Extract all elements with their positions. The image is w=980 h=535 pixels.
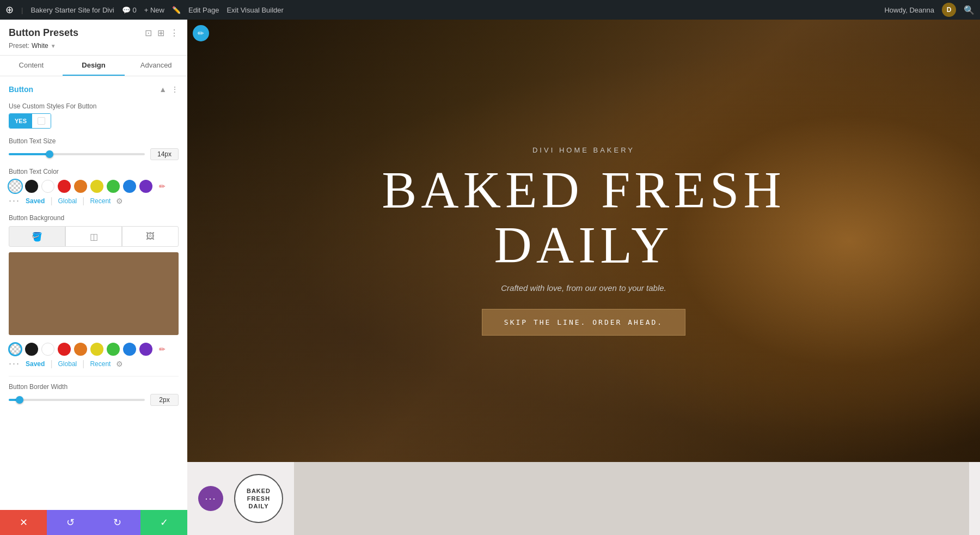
bg-color-blue-swatch[interactable] (123, 343, 136, 356)
hero-title: BAKED FRESH DAILY (382, 163, 785, 273)
text-color-custom-icon[interactable]: ✏ (156, 180, 169, 193)
bottom-content-area (294, 462, 969, 535)
bg-color-swatches: ✏ (9, 343, 179, 356)
text-color-blue-swatch[interactable] (123, 180, 136, 193)
text-color-gear-icon[interactable]: ⚙ (116, 197, 123, 205)
bg-color-white-swatch[interactable] (41, 343, 54, 356)
text-color-swatches: ✏ (9, 180, 179, 193)
new-button[interactable]: + New (144, 6, 164, 14)
toggle-no-button[interactable] (32, 114, 51, 128)
bg-color-green-swatch[interactable] (107, 343, 120, 356)
text-color-green-swatch[interactable] (107, 180, 120, 193)
tab-design[interactable]: Design (63, 56, 125, 76)
site-name-link[interactable]: Bakery Starter Site for Divi (30, 6, 114, 14)
edit-page-button[interactable]: Edit Page (188, 6, 219, 14)
text-color-yellow-swatch[interactable] (90, 180, 103, 193)
bottom-strip: ··· BAKED FRESH DAILY (187, 462, 980, 535)
text-color-recent-label[interactable]: Recent (90, 197, 111, 205)
admin-bar: ⊕ | Bakery Starter Site for Divi 💬 0 + N… (0, 0, 980, 20)
text-color-red-swatch[interactable] (58, 180, 71, 193)
custom-styles-label: Use Custom Styles For Button (9, 102, 179, 110)
text-color-more-icon[interactable]: ··· (9, 195, 20, 206)
text-color-saved-label[interactable]: Saved (26, 197, 45, 205)
comment-icon: 💬 (122, 6, 131, 14)
border-width-slider-track[interactable] (9, 399, 145, 401)
toggle-container: YES (9, 113, 51, 129)
bg-color-gear-icon[interactable]: ⚙ (116, 360, 123, 368)
panel-title: Button Presets (9, 27, 78, 39)
bg-solid-button[interactable]: 🪣 (9, 226, 65, 247)
bg-label: Button Background (9, 214, 179, 222)
bg-color-recent-label[interactable]: Recent (90, 360, 111, 368)
hero-section: DIVI HOME BAKERY BAKED FRESH DAILY Craft… (187, 20, 980, 462)
bg-gradient-button[interactable]: ◫ (65, 226, 122, 247)
circular-badge: BAKED FRESH DAILY (234, 474, 283, 523)
panel-content: Button ▲ ⋮ Use Custom Styles For Button … (0, 76, 187, 510)
purple-dot-button[interactable]: ··· (198, 486, 223, 511)
panel-footer: ✕ ↺ ↻ ✓ (0, 510, 187, 535)
bg-color-transparent-swatch[interactable] (9, 343, 22, 356)
text-color-global-label[interactable]: Global (58, 197, 77, 205)
bg-color-red-swatch[interactable] (58, 343, 71, 356)
dot-menu-icon: ··· (205, 493, 216, 504)
footer-save-button[interactable]: ✓ (140, 510, 187, 535)
border-width-label: Button Border Width (9, 383, 179, 391)
hero-subtitle: DIVI HOME BAKERY (382, 146, 785, 154)
hero-cta-button[interactable]: SKIP THE LINE. ORDER AHEAD. (482, 309, 685, 336)
bg-color-more-icon[interactable]: ··· (9, 358, 20, 369)
preset-chevron-icon[interactable]: ▼ (51, 43, 56, 49)
section-collapse-icon[interactable]: ▲ (159, 85, 167, 94)
bg-color-saved-label[interactable]: Saved (26, 360, 45, 368)
toggle-yes-button[interactable]: YES (9, 114, 32, 128)
exit-builder-button[interactable]: Exit Visual Builder (226, 6, 284, 14)
bg-solid-icon: 🪣 (32, 232, 42, 242)
bg-color-global-label[interactable]: Global (58, 360, 77, 368)
search-icon[interactable]: 🔍 (964, 5, 975, 15)
bg-color-purple-swatch[interactable] (139, 343, 152, 356)
left-panel: Button Presets ⊡ ⊞ ⋮ Preset: White ▼ Con… (0, 20, 187, 535)
hero-content: DIVI HOME BAKERY BAKED FRESH DAILY Craft… (360, 146, 807, 336)
howdy-label: Howdy, Deanna (884, 6, 934, 14)
bg-type-row: 🪣 ◫ 🖼 (9, 226, 179, 247)
footer-redo-button[interactable]: ↻ (94, 510, 140, 535)
bg-color-preview[interactable] (9, 252, 179, 335)
bg-image-icon: 🖼 (146, 232, 155, 241)
text-color-white-swatch[interactable] (41, 180, 54, 193)
text-color-black-swatch[interactable] (25, 180, 38, 193)
bg-color-custom-icon[interactable]: ✏ (156, 343, 169, 356)
preset-dropdown[interactable]: White (32, 42, 48, 50)
panel-header: Button Presets ⊡ ⊞ ⋮ Preset: White ▼ (0, 20, 187, 56)
text-size-value[interactable]: 14px (150, 148, 179, 160)
bg-image-button[interactable]: 🖼 (122, 226, 179, 247)
bg-color-orange-swatch[interactable] (74, 343, 87, 356)
edit-section-button[interactable]: ✏ (193, 25, 209, 41)
footer-undo-button[interactable]: ↺ (47, 510, 94, 535)
preview-area: ✏ DIVI HOME BAKERY BAKED FRESH DAILY Cra… (187, 20, 980, 535)
section-title: Button (9, 85, 33, 94)
comment-count[interactable]: 💬 0 (122, 6, 137, 14)
text-color-purple-swatch[interactable] (139, 180, 152, 193)
bg-color-black-swatch[interactable] (25, 343, 38, 356)
text-size-slider-track[interactable] (9, 153, 145, 155)
panel-tabs: Content Design Advanced (0, 56, 187, 76)
panel-more-icon[interactable]: ⋮ (170, 28, 179, 38)
section-more-icon[interactable]: ⋮ (171, 85, 179, 94)
text-color-label: Button Text Color (9, 168, 179, 175)
bg-gradient-icon: ◫ (90, 232, 98, 242)
wp-logo-icon: ⊕ (5, 4, 14, 16)
text-color-orange-swatch[interactable] (74, 180, 87, 193)
tab-content[interactable]: Content (0, 56, 63, 76)
panel-resize-icon[interactable]: ⊡ (145, 28, 152, 38)
text-size-label: Button Text Size (9, 137, 179, 145)
edit-page-icon: ✏️ (172, 6, 181, 14)
text-color-transparent-swatch[interactable] (9, 180, 22, 193)
panel-columns-icon[interactable]: ⊞ (157, 28, 164, 38)
footer-close-button[interactable]: ✕ (0, 510, 47, 535)
bg-color-yellow-swatch[interactable] (90, 343, 103, 356)
tab-advanced[interactable]: Advanced (125, 56, 187, 76)
border-width-value[interactable]: 2px (150, 394, 179, 406)
hero-description: Crafted with love, from our oven to your… (382, 283, 785, 293)
avatar[interactable]: D (942, 3, 956, 17)
preset-label: Preset: (9, 42, 29, 50)
